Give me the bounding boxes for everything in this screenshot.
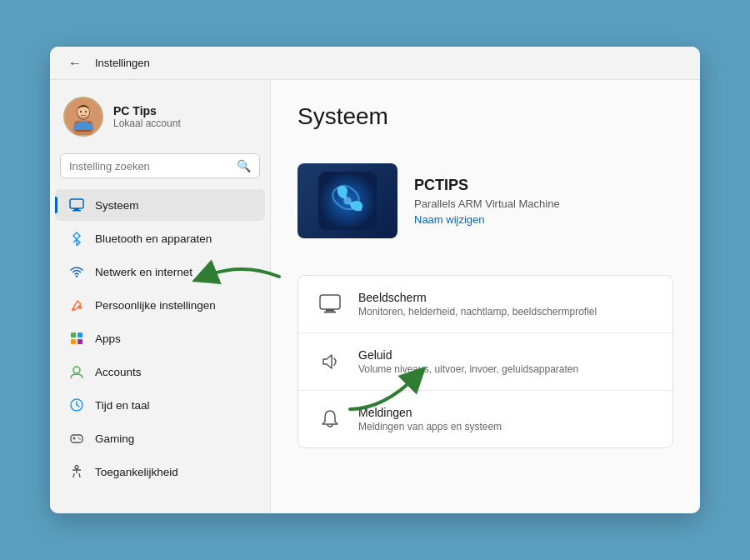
search-icon: 🔍 (237, 159, 251, 172)
sidebar-item-toegankelijkheid[interactable]: Toegankelijkheid (55, 456, 265, 488)
wifi-icon (68, 263, 85, 280)
sidebar-label-bluetooth: Bluetooth en apparaten (95, 232, 212, 245)
user-name: PC Tips (113, 104, 181, 118)
svg-point-6 (80, 111, 82, 112)
device-name: PCTIPS (414, 177, 560, 194)
beeldscherm-icon (315, 289, 345, 319)
svg-rect-9 (74, 208, 79, 210)
svg-point-7 (85, 111, 87, 112)
sidebar-label-systeem: Systeem (95, 199, 139, 212)
game-icon (68, 430, 85, 447)
user-section[interactable]: PC Tips Lokaal account (50, 90, 270, 150)
sidebar-item-gaming[interactable]: Gaming (55, 422, 265, 454)
content-area: PC Tips Lokaal account 🔍 (50, 80, 700, 513)
svg-rect-32 (326, 309, 334, 312)
search-box[interactable]: 🔍 (60, 153, 260, 178)
user-info: PC Tips Lokaal account (113, 104, 181, 129)
svg-rect-33 (324, 312, 336, 313)
rename-link[interactable]: Naam wijzigen (414, 213, 560, 226)
sidebar-label-gaming: Gaming (95, 432, 134, 445)
svg-rect-16 (78, 339, 82, 344)
svg-rect-14 (78, 332, 82, 338)
user-subtitle: Lokaal account (113, 118, 181, 129)
paint-icon (68, 297, 85, 313)
settings-window: ← Instellingen (50, 47, 700, 513)
titlebar: ← Instellingen (50, 47, 700, 80)
meldingen-text: Meldingen Meldingen van apps en systeem (358, 406, 502, 432)
geluid-text: Geluid Volume niveaus, uitvoer, invoer, … (358, 348, 578, 375)
sidebar-item-accounts[interactable]: Accounts (55, 356, 265, 388)
sidebar-label-netwerk: Netwerk en internet (95, 266, 192, 278)
svg-point-25 (79, 438, 81, 440)
geluid-desc: Volume niveaus, uitvoer, invoer, geluids… (358, 363, 578, 375)
beeldscherm-title: Beeldscherm (358, 291, 597, 304)
svg-rect-21 (71, 435, 82, 442)
main-content: Systeem (271, 80, 700, 513)
svg-point-26 (75, 466, 78, 469)
sidebar-item-tijd[interactable]: Tijd en taal (55, 389, 265, 421)
window-title: Instellingen (95, 57, 150, 69)
accessibility-icon (68, 463, 85, 480)
page-title: Systeem (298, 103, 673, 130)
device-description: Parallels ARM Virtual Machine (414, 198, 560, 210)
settings-item-beeldscherm[interactable]: Beeldscherm Monitoren, helderheid, nacht… (298, 276, 672, 333)
sidebar-label-accounts: Accounts (95, 366, 142, 378)
geluid-title: Geluid (358, 348, 578, 362)
sidebar-item-apps[interactable]: Apps (55, 322, 265, 354)
user-icon (68, 363, 85, 380)
svg-rect-13 (71, 332, 76, 338)
svg-point-24 (78, 438, 80, 439)
svg-point-11 (76, 275, 78, 277)
svg-line-20 (77, 405, 79, 407)
sidebar-label-apps: Apps (95, 332, 121, 345)
monitor-icon (68, 197, 85, 213)
sidebar-label-toegankelijkheid: Toegankelijkheid (95, 466, 178, 478)
meldingen-title: Meldingen (358, 406, 502, 419)
settings-list: Beeldscherm Monitoren, helderheid, nacht… (298, 275, 673, 448)
avatar (63, 97, 103, 137)
meldingen-desc: Meldingen van apps en systeem (358, 421, 502, 432)
svg-point-17 (73, 367, 80, 373)
sidebar-item-bluetooth[interactable]: Bluetooth en apparaten (55, 222, 265, 254)
bluetooth-icon (68, 230, 85, 247)
sidebar-item-persoonlijk[interactable]: Persoonlijke instellingen (55, 289, 265, 321)
sidebar-item-systeem[interactable]: Systeem (55, 189, 265, 221)
svg-rect-15 (71, 339, 76, 344)
search-input[interactable] (69, 160, 230, 172)
sidebar-label-persoonlijk: Persoonlijke instellingen (95, 299, 216, 312)
svg-point-30 (343, 197, 351, 204)
device-card: PCTIPS Parallels ARM Virtual Machine Naa… (298, 150, 673, 252)
beeldscherm-text: Beeldscherm Monitoren, helderheid, nacht… (358, 291, 597, 318)
svg-rect-10 (72, 210, 81, 212)
geluid-icon (315, 347, 345, 377)
sidebar-label-tijd: Tijd en taal (95, 399, 150, 412)
settings-item-meldingen[interactable]: Meldingen Meldingen van apps en systeem (298, 391, 672, 448)
sidebar-item-netwerk[interactable]: Netwerk en internet (55, 256, 265, 288)
sidebar: PC Tips Lokaal account 🔍 (50, 80, 271, 513)
device-thumbnail (298, 163, 398, 238)
device-info: PCTIPS Parallels ARM Virtual Machine Naa… (414, 177, 560, 226)
meldingen-icon (315, 404, 345, 434)
back-button[interactable]: ← (63, 52, 87, 75)
svg-rect-8 (70, 199, 83, 208)
beeldscherm-desc: Monitoren, helderheid, nachtlamp, beelds… (358, 306, 597, 318)
clock-icon (68, 397, 85, 413)
settings-item-geluid[interactable]: Geluid Volume niveaus, uitvoer, invoer, … (298, 333, 672, 391)
svg-rect-31 (320, 295, 340, 309)
apps-icon (68, 330, 85, 347)
